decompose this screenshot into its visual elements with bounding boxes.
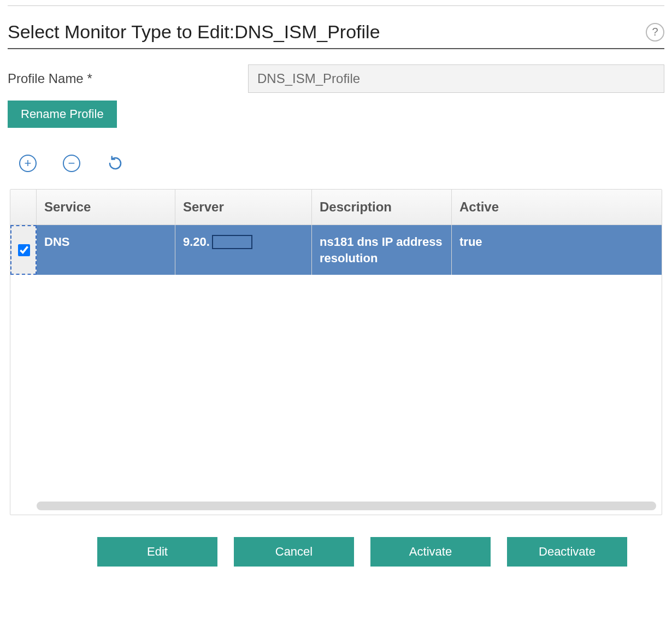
deactivate-button[interactable]: Deactivate xyxy=(507,537,627,567)
activate-button[interactable]: Activate xyxy=(370,537,491,567)
table-row[interactable]: DNS 9.20. ns181 dns IP address resolutio… xyxy=(10,225,662,275)
page-title: Select Monitor Type to Edit:DNS_ISM_Prof… xyxy=(8,21,380,43)
cancel-button[interactable]: Cancel xyxy=(234,537,354,567)
add-button[interactable]: + xyxy=(19,154,37,173)
profile-name-input[interactable] xyxy=(248,64,664,93)
rename-profile-button[interactable]: Rename Profile xyxy=(8,101,117,128)
cell-service: DNS xyxy=(37,225,175,275)
remove-button[interactable]: − xyxy=(62,154,81,173)
plus-icon: + xyxy=(19,155,37,172)
cell-active: true xyxy=(452,225,662,275)
horizontal-scrollbar[interactable] xyxy=(37,502,656,510)
col-active-header[interactable]: Active xyxy=(452,190,662,225)
profile-name-label: Profile Name * xyxy=(8,71,248,86)
minus-icon: − xyxy=(63,155,80,172)
col-check-header xyxy=(10,190,37,225)
refresh-button[interactable] xyxy=(106,154,125,173)
server-prefix: 9.20. xyxy=(183,234,210,250)
col-server-header[interactable]: Server xyxy=(175,190,312,225)
cell-description: ns181 dns IP address resolution xyxy=(312,225,452,275)
help-glyph: ? xyxy=(652,26,658,38)
col-description-header[interactable]: Description xyxy=(312,190,452,225)
row-checkbox[interactable] xyxy=(18,244,30,256)
row-checkbox-cell[interactable] xyxy=(10,225,37,275)
edit-button[interactable]: Edit xyxy=(97,537,217,567)
server-redacted xyxy=(212,235,252,249)
refresh-icon xyxy=(107,155,123,172)
help-icon[interactable]: ? xyxy=(646,23,664,42)
monitor-table: Service Server Description Active DNS 9.… xyxy=(10,189,662,515)
cell-server: 9.20. xyxy=(175,225,312,275)
col-service-header[interactable]: Service xyxy=(37,190,175,225)
table-header: Service Server Description Active xyxy=(10,190,662,225)
top-divider xyxy=(8,5,664,6)
